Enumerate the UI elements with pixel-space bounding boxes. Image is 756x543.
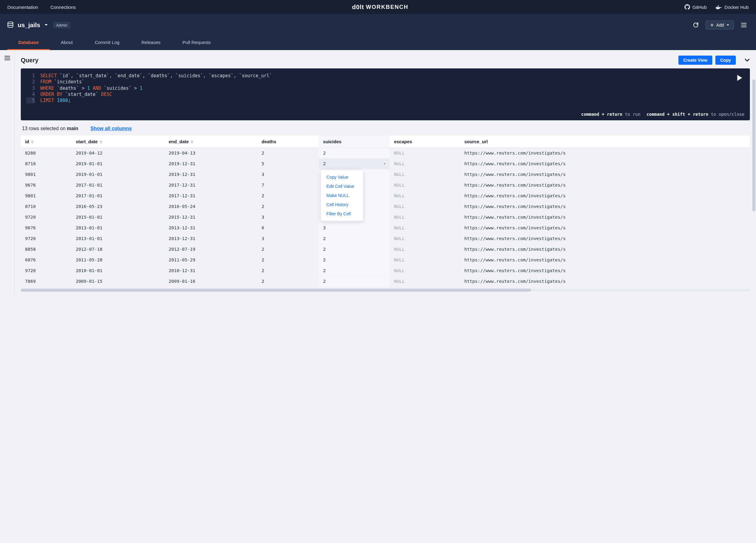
cell[interactable]: https://www.reuters.com/investigates/s [460, 180, 750, 191]
cell[interactable]: 2019-12-31 [164, 159, 257, 169]
horizontal-scrollbar[interactable] [21, 288, 750, 292]
database-selector[interactable]: us_jails [7, 22, 48, 29]
cell[interactable]: 2015-01-01 [72, 212, 164, 223]
cell[interactable]: 6876 [21, 255, 72, 266]
cell[interactable]: 9801 [21, 169, 72, 180]
link-github[interactable]: GitHub [684, 4, 707, 10]
cell[interactable]: 2012-07-18 [72, 244, 164, 255]
link-connections[interactable]: Connections [50, 5, 76, 10]
cell[interactable]: https://www.reuters.com/investigates/s [460, 191, 750, 201]
cell[interactable]: 2 [319, 148, 390, 159]
cell[interactable]: 2010-01-01 [72, 266, 164, 276]
column-header-deaths[interactable]: deaths [257, 136, 319, 148]
cell[interactable]: 9720 [21, 212, 72, 223]
cell[interactable]: 2017-01-01 [72, 180, 164, 191]
cell[interactable]: 9720 [21, 233, 72, 244]
cell[interactable]: 8710 [21, 159, 72, 169]
cell[interactable]: https://www.reuters.com/investigates/s [460, 276, 750, 287]
cell[interactable]: NULL [390, 223, 460, 233]
cell[interactable]: 8858 [21, 244, 72, 255]
cell[interactable]: 5 [257, 159, 319, 169]
tab-commit-log[interactable]: Commit Log [84, 36, 130, 50]
cell[interactable]: https://www.reuters.com/investigates/s [460, 266, 750, 276]
cell[interactable]: 2011-05-29 [164, 255, 257, 266]
cell[interactable]: 2017-01-01 [72, 191, 164, 201]
cell[interactable]: 2 [319, 276, 390, 287]
cell[interactable]: 8280 [21, 148, 72, 159]
collapse-button[interactable] [744, 58, 750, 62]
cell[interactable]: 2 [319, 244, 390, 255]
cell[interactable]: 7 [257, 180, 319, 191]
cell[interactable]: 2013-01-01 [72, 223, 164, 233]
sidebar-toggle-button[interactable] [4, 56, 10, 295]
cell[interactable]: 3 [257, 169, 319, 180]
cell[interactable]: 2 [257, 255, 319, 266]
cell[interactable]: 2 [319, 233, 390, 244]
cell[interactable]: 3 [257, 212, 319, 223]
vertical-scrollbar-thumb[interactable] [752, 79, 755, 211]
column-header-start_date[interactable]: start_date⚲ [72, 136, 164, 148]
cell[interactable]: 3 [319, 223, 390, 233]
sql-editor[interactable]: 1SELECT `id`, `start_date`, `end_date`, … [21, 68, 750, 120]
cell[interactable]: NULL [390, 255, 460, 266]
column-header-end_date[interactable]: end_date⚲ [164, 136, 257, 148]
cell[interactable]: https://www.reuters.com/investigates/s [460, 159, 750, 169]
cell[interactable]: 9676 [21, 223, 72, 233]
cell[interactable]: 2012-07-19 [164, 244, 257, 255]
horizontal-scrollbar-thumb[interactable] [21, 288, 531, 292]
cell[interactable]: https://www.reuters.com/investigates/s [460, 148, 750, 159]
cell[interactable]: 2 [319, 255, 390, 266]
cell[interactable]: 2015-12-31 [164, 212, 257, 223]
cell[interactable]: NULL [390, 276, 460, 287]
cell[interactable]: NULL [390, 191, 460, 201]
cell[interactable]: NULL [390, 266, 460, 276]
cell[interactable]: 2019-01-01 [72, 159, 164, 169]
cell[interactable]: 2016-05-24 [164, 201, 257, 212]
tab-database[interactable]: Database [7, 36, 50, 50]
cell[interactable]: https://www.reuters.com/investigates/s [460, 223, 750, 233]
cell[interactable]: 2019-04-12 [72, 148, 164, 159]
cell[interactable]: https://www.reuters.com/investigates/s [460, 255, 750, 266]
cell[interactable]: 2011-05-28 [72, 255, 164, 266]
cell-menu-button[interactable] [382, 161, 388, 167]
cell[interactable]: 9676 [21, 180, 72, 191]
cell[interactable]: 2 [257, 148, 319, 159]
cell[interactable]: 2009-01-16 [164, 276, 257, 287]
cell[interactable]: https://www.reuters.com/investigates/s [460, 169, 750, 180]
cell[interactable]: NULL [390, 148, 460, 159]
context-menu-item[interactable]: Edit Cell Value [321, 182, 363, 191]
context-menu-item[interactable]: Make NULL [321, 191, 363, 200]
cell[interactable]: 7869 [21, 276, 72, 287]
cell[interactable]: 2009-01-15 [72, 276, 164, 287]
cell[interactable]: 9801 [21, 191, 72, 201]
cell[interactable]: https://www.reuters.com/investigates/s [460, 201, 750, 212]
menu-button[interactable] [739, 21, 749, 29]
run-query-button[interactable] [736, 75, 743, 81]
column-header-source_url[interactable]: source_url [460, 136, 750, 148]
cell[interactable]: 6 [257, 223, 319, 233]
cell[interactable]: 2017-12-31 [164, 191, 257, 201]
link-docker[interactable]: Docker Hub [715, 4, 749, 10]
add-button[interactable]: Add [706, 20, 734, 30]
cell[interactable]: NULL [390, 169, 460, 180]
cell[interactable]: NULL [390, 212, 460, 223]
refresh-button[interactable] [691, 20, 701, 30]
tab-releases[interactable]: Releases [130, 36, 172, 50]
cell[interactable]: 2017-12-31 [164, 180, 257, 191]
cell[interactable]: https://www.reuters.com/investigates/s [460, 212, 750, 223]
cell[interactable]: NULL [390, 244, 460, 255]
cell[interactable]: https://www.reuters.com/investigates/s [460, 244, 750, 255]
copy-button[interactable]: Copy [715, 56, 736, 65]
cell[interactable]: https://www.reuters.com/investigates/s [460, 233, 750, 244]
column-header-suicides[interactable]: suicides [319, 136, 390, 148]
cell[interactable]: 8710 [21, 201, 72, 212]
cell[interactable]: 2016-05-23 [72, 201, 164, 212]
cell[interactable]: 9720 [21, 266, 72, 276]
show-all-columns-link[interactable]: Show all columns [90, 126, 132, 131]
cell[interactable]: 2 [257, 191, 319, 201]
cell[interactable]: 2013-12-31 [164, 223, 257, 233]
context-menu-item[interactable]: Copy Value [321, 173, 363, 182]
cell[interactable]: 3 [257, 233, 319, 244]
cell[interactable]: 2019-12-31 [164, 169, 257, 180]
cell[interactable]: NULL [390, 201, 460, 212]
